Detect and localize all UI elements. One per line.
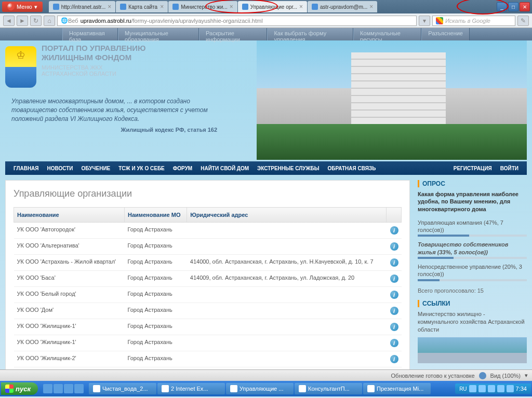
table-row: УК ООО 'Жилищник-2'Город Астраханьi	[14, 351, 402, 367]
clock[interactable]: 7:34	[516, 386, 527, 392]
zoom-icon[interactable]	[479, 372, 486, 379]
info-icon[interactable]: i	[390, 339, 398, 347]
forward-button[interactable]: ►	[17, 16, 28, 26]
sidebar-thumbnail[interactable]	[418, 337, 527, 363]
info-icon[interactable]: i	[390, 323, 398, 331]
browser-tab[interactable]: Карта сайта×	[116, 1, 168, 12]
info-icon[interactable]: i	[390, 258, 398, 267]
info-icon[interactable]: i	[390, 242, 398, 251]
browser-tab[interactable]: http://intranet.astr...×	[49, 1, 116, 12]
tab-label: http://intranet.astr...	[61, 4, 106, 10]
column-header[interactable]: Юридический адрес	[187, 208, 386, 223]
tab-close-icon[interactable]: ×	[108, 3, 111, 10]
system-tray: RU 7:34	[455, 383, 531, 394]
ql-icon[interactable]	[64, 384, 73, 393]
ql-icon[interactable]	[43, 384, 52, 393]
reload-button[interactable]: ↻	[30, 16, 42, 26]
poll-option[interactable]: Товарищество собственников жилья (33%, 5…	[418, 239, 527, 261]
table-cell: Город Астрахань	[124, 319, 187, 335]
table-cell: УК ООО 'Баса'	[14, 271, 125, 287]
page-icon	[242, 4, 248, 10]
browser-tab[interactable]: Министерство жи...×	[168, 1, 237, 12]
column-header[interactable]	[386, 208, 401, 223]
info-icon[interactable]: i	[390, 226, 398, 235]
main-nav-item[interactable]: НАЙТИ СВОЙ ДОМ	[196, 166, 253, 171]
top-nav-item[interactable]: Разъяснение	[421, 28, 470, 40]
ql-icon[interactable]	[54, 384, 63, 393]
tab-close-icon[interactable]: ×	[160, 3, 164, 10]
tab-close-icon[interactable]: ×	[230, 3, 233, 10]
browser-tab[interactable]: Управляющие орг...×	[238, 1, 307, 12]
main-nav-item[interactable]: ОБУЧЕНИЕ	[77, 166, 115, 171]
column-header[interactable]: Наименование	[14, 208, 125, 223]
top-nav-item[interactable]: Как выбрать форму управления	[267, 28, 353, 40]
settings-button[interactable]: ✎	[517, 16, 529, 26]
home-button[interactable]: ⌂	[44, 16, 55, 26]
portal-title: ПОРТАЛ ПО УПРАВЛЕНИЮ ЖИЛИЩНЫМ ФОНДОМ	[42, 44, 146, 62]
tray-icon[interactable]	[469, 385, 476, 392]
browser-tab[interactable]: astr-upravdom@m...×	[308, 1, 377, 12]
back-button[interactable]: ◄	[3, 16, 15, 26]
ql-icon[interactable]	[74, 384, 84, 393]
table-row: УК ООО 'Астрахань - Жилой квартал'Город …	[14, 255, 402, 271]
chevron-down-icon[interactable]: ▾	[525, 372, 528, 379]
search-input[interactable]: Искать в Google	[432, 16, 515, 26]
taskbar-item[interactable]: 2 Internet Ex...	[157, 383, 225, 394]
top-nav-item[interactable]: Нормативная база	[62, 28, 118, 40]
app-icon	[162, 385, 169, 392]
dropdown-button[interactable]: ▾	[419, 16, 430, 26]
top-nav-item[interactable]: Раскрытие информации	[199, 28, 267, 40]
tab-close-icon[interactable]: ×	[299, 3, 303, 10]
main-nav-item[interactable]: ФОРУМ	[169, 166, 196, 171]
main-nav-item[interactable]: ГЛАВНАЯ	[9, 166, 43, 171]
quote-citation: Жилищный кодекс РФ, статья 162	[11, 126, 217, 134]
start-button[interactable]: пуск	[1, 382, 38, 395]
column-header[interactable]: Наименование МО	[124, 208, 187, 223]
table-row: УК ООО 'Автогородок'Город Астраханьi	[14, 223, 402, 239]
table-cell: УК ООО 'Дом'	[14, 303, 125, 319]
main-nav-item[interactable]: ЭКСТРЕННЫЕ СЛУЖБЫ	[253, 166, 323, 171]
tab-close-icon[interactable]: ×	[369, 3, 373, 10]
login-link[interactable]: ВОЙТИ	[496, 166, 523, 171]
taskbar-item[interactable]: Управляющие ...	[226, 383, 294, 394]
top-nav-item[interactable]: Муниципальные образования	[118, 28, 199, 40]
poll-option[interactable]: Непосредственное управление (20%, 3 голо…	[418, 261, 527, 283]
table-cell: Город Астрахань	[124, 223, 187, 239]
table-cell: УК ООО 'Жилищник-1'	[14, 335, 125, 351]
url-input[interactable]: 🌐 Веб upravdom.astrobl.ru /formy-upravle…	[57, 16, 417, 26]
info-icon[interactable]: i	[390, 355, 398, 363]
table-cell: УК ООО 'Белый город'	[14, 287, 125, 303]
main-nav-item[interactable]: ТСЖ И УК О СЕБЕ	[114, 166, 169, 171]
maximize-button[interactable]: □	[508, 2, 518, 11]
top-nav-item[interactable]: Коммунальные ресурсы	[353, 28, 421, 40]
info-icon[interactable]: i	[390, 291, 398, 299]
tray-icon[interactable]	[488, 385, 495, 392]
portal-subtitle: МИНИСТЕРСТВА ЖКХ АСТРАХАНСКОЙ ОБЛАСТИ	[42, 64, 146, 77]
tray-icon[interactable]	[497, 385, 504, 392]
table-cell	[187, 223, 386, 239]
main-nav-item[interactable]: НОВОСТИ	[43, 166, 77, 171]
tray-icon[interactable]	[478, 385, 486, 392]
taskbar-item[interactable]: КонсультантП...	[295, 383, 362, 394]
url-path: /formy-upravleniya/upravlyayushhie-organ…	[131, 18, 262, 24]
info-icon[interactable]: i	[390, 275, 398, 283]
taskbar-item[interactable]: Презентация Mi...	[363, 383, 431, 394]
table-row: УК ООО 'Альтернатива'Город Астраханьi	[14, 239, 402, 255]
minimize-button[interactable]: _	[497, 2, 507, 11]
tray-icon[interactable]	[507, 385, 514, 392]
poll-option[interactable]: Управляющая компания (47%, 7 голос(ов))	[418, 217, 527, 239]
info-icon[interactable]: i	[390, 307, 398, 315]
opera-menu-button[interactable]: Меню ▾	[2, 2, 43, 12]
main-nav-item[interactable]: ОБРАТНАЯ СВЯЗЬ	[324, 166, 380, 171]
start-label: пуск	[16, 385, 31, 393]
zoom-level[interactable]: Вид (100%)	[490, 373, 521, 379]
taskbar-item[interactable]: Чистая_вода_2...	[89, 383, 156, 394]
register-link[interactable]: РЕГИСТРАЦИЯ	[449, 166, 496, 171]
taskbar-items: Чистая_вода_2...2 Internet Ex...Управляю…	[89, 383, 431, 394]
sidebar-link[interactable]: Министерство жилищно - коммунального хоз…	[418, 310, 527, 334]
tab-label: Карта сайта	[128, 4, 157, 10]
app-icon	[299, 385, 306, 392]
close-button[interactable]: ✕	[520, 2, 530, 11]
language-indicator[interactable]: RU	[459, 386, 467, 392]
main-nav: ГЛАВНАЯНОВОСТИОБУЧЕНИЕТСЖ И УК О СЕБЕФОР…	[5, 161, 527, 175]
